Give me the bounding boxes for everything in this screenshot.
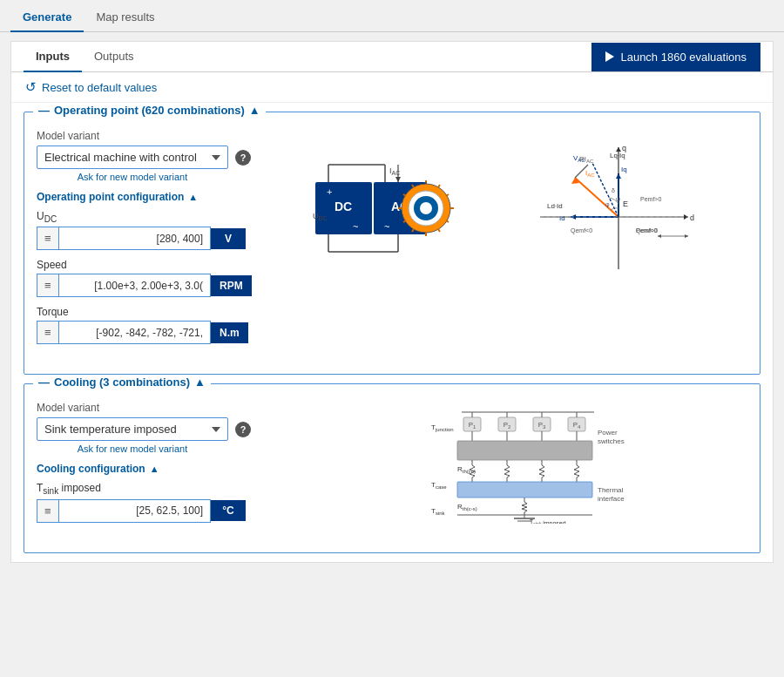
tab-generate[interactable]: Generate bbox=[10, 5, 84, 32]
tab-map-results[interactable]: Map results bbox=[84, 5, 166, 32]
op-config-collapse[interactable]: ▲ bbox=[188, 192, 198, 202]
svg-text:+: + bbox=[327, 186, 332, 197]
svg-text:E: E bbox=[623, 200, 628, 208]
udc-input-box: ≡ [280, 400] bbox=[37, 227, 211, 250]
svg-text:δ: δ bbox=[612, 187, 615, 193]
torque-value[interactable]: [-902, -842, -782, -721, bbox=[59, 322, 210, 343]
svg-text:Rth(c-s): Rth(c-s) bbox=[457, 503, 477, 511]
torque-input-box: ≡ [-902, -842, -782, -721, bbox=[37, 321, 211, 344]
cooling-model-variant-label: Model variant bbox=[37, 402, 298, 414]
svg-text:Power: Power bbox=[598, 429, 618, 437]
cooling-model-variant-row: Model variant Sink temperature imposed ?… bbox=[37, 402, 298, 454]
svg-text:Iq: Iq bbox=[621, 166, 627, 173]
cooling-label: Cooling (3 combinations) bbox=[54, 376, 190, 389]
launch-button-label: Launch 1860 evaluations bbox=[620, 51, 747, 64]
svg-rect-92 bbox=[457, 482, 592, 498]
svg-marker-5 bbox=[395, 177, 401, 182]
reset-row[interactable]: ↺ Reset to default values bbox=[11, 72, 773, 103]
cooling-model-variant-select[interactable]: Sink temperature imposed bbox=[37, 417, 228, 441]
reset-label: Reset to default values bbox=[42, 81, 157, 94]
udc-input-row: ≡ [280, 400] V bbox=[37, 227, 298, 250]
udc-unit: V bbox=[211, 228, 246, 249]
svg-text:switches: switches bbox=[598, 437, 625, 445]
model-variant-label: Model variant bbox=[37, 130, 298, 142]
help-icon-cooling[interactable]: ? bbox=[235, 422, 251, 437]
dc-ac-diagram: IAC DC + ~ AC bbox=[311, 147, 459, 287]
speed-row: Speed ≡ [1.00e+3, 2.00e+3, 3.0( RPM bbox=[37, 259, 298, 297]
main-panel: Inputs Outputs Launch 1860 evaluations ↺… bbox=[10, 41, 774, 563]
svg-text:DC: DC bbox=[335, 200, 352, 213]
udc-row: UDC ≡ [280, 400] V bbox=[37, 210, 298, 250]
torque-row: Torque ≡ [-902, -842, -782, -721, N.m bbox=[37, 306, 298, 344]
op-config-label: Operating point configuration ▲ bbox=[37, 191, 298, 203]
sub-nav-tabs: Inputs Outputs bbox=[24, 42, 146, 71]
operating-point-label: Operating point (620 combinations) bbox=[54, 104, 245, 117]
tab-outputs[interactable]: Outputs bbox=[82, 42, 146, 72]
cooling-section-title: — Cooling (3 combinations) ▲ bbox=[33, 376, 211, 389]
help-icon-model[interactable]: ? bbox=[235, 150, 251, 166]
play-icon bbox=[605, 51, 614, 62]
svg-text:Id: Id bbox=[559, 214, 565, 222]
model-variant-select-row: Electrical machine with control ? bbox=[37, 146, 298, 169]
cooling-config-collapse[interactable]: ▲ bbox=[150, 464, 159, 474]
udc-label: UDC bbox=[37, 210, 298, 224]
speed-input-row: ≡ [1.00e+3, 2.00e+3, 3.0( RPM bbox=[37, 274, 298, 297]
thermal-diagram: Tjunction P1 P2 bbox=[427, 410, 627, 524]
svg-marker-43 bbox=[616, 173, 621, 179]
cooling-section-inner: Model variant Sink temperature imposed ?… bbox=[37, 402, 747, 531]
model-variant-select[interactable]: Electrical machine with control bbox=[37, 146, 228, 169]
cooling-content: Model variant Sink temperature imposed ?… bbox=[24, 388, 760, 543]
svg-text:~: ~ bbox=[384, 221, 389, 232]
svg-text:Tsink: Tsink bbox=[431, 507, 446, 516]
svg-text:Tjunction: Tjunction bbox=[431, 423, 454, 432]
svg-text:Tsink imposed: Tsink imposed bbox=[530, 518, 566, 524]
cooling-left: Model variant Sink temperature imposed ?… bbox=[37, 402, 298, 531]
operating-point-section: — Operating point (620 combinations) ▲ M… bbox=[24, 112, 760, 375]
torque-input-row: ≡ [-902, -842, -782, -721, N.m bbox=[37, 321, 298, 344]
cooling-section: — Cooling (3 combinations) ▲ Model varia… bbox=[24, 383, 760, 552]
operating-point-title: — Operating point (620 combinations) ▲ bbox=[33, 104, 266, 117]
svg-text:Thermal: Thermal bbox=[598, 486, 624, 494]
svg-text:Pemf>0: Pemf>0 bbox=[640, 196, 661, 202]
top-nav: Generate Map results bbox=[0, 0, 784, 32]
svg-text:interface: interface bbox=[598, 495, 625, 503]
tsink-input-row: ≡ [25, 62.5, 100] °C bbox=[37, 499, 298, 523]
section-dash: — bbox=[38, 104, 50, 117]
svg-text:ψ: ψ bbox=[616, 196, 620, 203]
operating-point-collapse[interactable]: ▲ bbox=[249, 104, 260, 117]
svg-marker-67 bbox=[685, 234, 688, 238]
speed-input-box: ≡ [1.00e+3, 2.00e+3, 3.0( bbox=[37, 274, 211, 297]
svg-rect-89 bbox=[457, 441, 592, 460]
svg-text:d: d bbox=[690, 213, 694, 222]
speed-hamburger-icon[interactable]: ≡ bbox=[37, 274, 59, 296]
svg-text:φ: φ bbox=[605, 201, 610, 208]
cooling-right-diagram: Tjunction P1 P2 bbox=[307, 402, 747, 531]
udc-value[interactable]: [280, 400] bbox=[59, 228, 210, 249]
udc-hamburger-icon[interactable]: ≡ bbox=[37, 227, 59, 249]
tsink-input-box: ≡ [25, 62.5, 100] bbox=[37, 499, 211, 523]
tsink-unit: °C bbox=[211, 500, 246, 521]
model-variant-row: Model variant Electrical machine with co… bbox=[37, 130, 298, 182]
cooling-collapse[interactable]: ▲ bbox=[194, 376, 206, 389]
launch-button[interactable]: Launch 1860 evaluations bbox=[591, 43, 760, 71]
operating-point-content: Model variant Electrical machine with co… bbox=[24, 116, 760, 365]
sub-nav: Inputs Outputs Launch 1860 evaluations bbox=[11, 42, 773, 72]
svg-text:Qemf<0: Qemf<0 bbox=[571, 227, 592, 234]
svg-line-28 bbox=[438, 229, 440, 232]
torque-label: Torque bbox=[37, 306, 298, 318]
app-container: Generate Map results Inputs Outputs Laun… bbox=[0, 0, 784, 677]
op-right-diagram: d q Iq bbox=[472, 130, 747, 278]
tsink-hamburger-icon[interactable]: ≡ bbox=[37, 500, 59, 522]
ask-link-model[interactable]: Ask for new model variant bbox=[37, 172, 228, 182]
svg-marker-68 bbox=[658, 234, 661, 238]
speed-unit: RPM bbox=[211, 275, 252, 296]
torque-hamburger-icon[interactable]: ≡ bbox=[37, 322, 59, 343]
tsink-value[interactable]: [25, 62.5, 100] bbox=[59, 500, 210, 521]
cooling-config-label: Cooling configuration ▲ bbox=[37, 463, 298, 475]
speed-value[interactable]: [1.00e+3, 2.00e+3, 3.0( bbox=[59, 275, 210, 296]
ask-link-cooling[interactable]: Ask for new model variant bbox=[37, 443, 228, 454]
svg-line-24 bbox=[438, 185, 440, 187]
op-left: Model variant Electrical machine with co… bbox=[37, 130, 298, 353]
op-middle-diagram: IAC DC + ~ AC bbox=[307, 130, 463, 287]
tab-inputs[interactable]: Inputs bbox=[24, 42, 82, 72]
